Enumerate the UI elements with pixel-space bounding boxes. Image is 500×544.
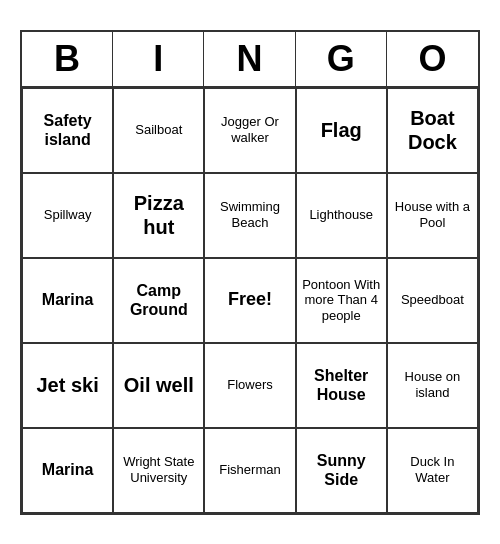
bingo-cell[interactable]: Pizza hut <box>113 173 204 258</box>
bingo-cell[interactable]: Boat Dock <box>387 88 478 173</box>
header-letter: N <box>204 32 295 86</box>
bingo-cell[interactable]: Camp Ground <box>113 258 204 343</box>
bingo-cell[interactable]: Pontoon With more Than 4 people <box>296 258 387 343</box>
bingo-cell[interactable]: Marina <box>22 428 113 513</box>
bingo-cell[interactable]: Spillway <box>22 173 113 258</box>
bingo-cell[interactable]: Shelter House <box>296 343 387 428</box>
bingo-cell[interactable]: Speedboat <box>387 258 478 343</box>
bingo-cell[interactable]: Fisherman <box>204 428 295 513</box>
bingo-cell[interactable]: Jet ski <box>22 343 113 428</box>
bingo-cell[interactable]: Duck In Water <box>387 428 478 513</box>
bingo-cell[interactable]: Lighthouse <box>296 173 387 258</box>
bingo-header: BINGO <box>22 32 478 88</box>
bingo-cell[interactable]: Sailboat <box>113 88 204 173</box>
header-letter: O <box>387 32 478 86</box>
bingo-cell[interactable]: Wright State University <box>113 428 204 513</box>
bingo-cell[interactable]: Safety island <box>22 88 113 173</box>
bingo-cell[interactable]: Flowers <box>204 343 295 428</box>
bingo-cell[interactable]: Sunny Side <box>296 428 387 513</box>
bingo-cell[interactable]: Free! <box>204 258 295 343</box>
bingo-cell[interactable]: Flag <box>296 88 387 173</box>
header-letter: G <box>296 32 387 86</box>
bingo-cell[interactable]: Jogger Or walker <box>204 88 295 173</box>
bingo-cell[interactable]: House with a Pool <box>387 173 478 258</box>
bingo-cell[interactable]: Oil well <box>113 343 204 428</box>
bingo-cell[interactable]: Marina <box>22 258 113 343</box>
header-letter: I <box>113 32 204 86</box>
header-letter: B <box>22 32 113 86</box>
bingo-cell[interactable]: House on island <box>387 343 478 428</box>
bingo-cell[interactable]: Swimming Beach <box>204 173 295 258</box>
bingo-card: BINGO Safety islandSailboatJogger Or wal… <box>20 30 480 515</box>
bingo-grid: Safety islandSailboatJogger Or walkerFla… <box>22 88 478 513</box>
